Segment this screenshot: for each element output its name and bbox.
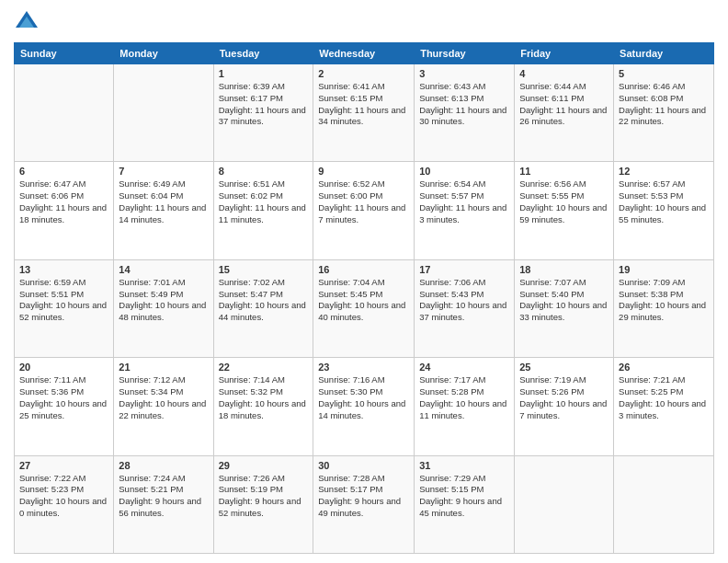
- day-info: Sunrise: 7:11 AM Sunset: 5:36 PM Dayligh…: [19, 374, 108, 421]
- calendar-cell: 18Sunrise: 7:07 AM Sunset: 5:40 PM Dayli…: [515, 259, 614, 357]
- day-info: Sunrise: 6:44 AM Sunset: 6:11 PM Dayligh…: [519, 81, 609, 128]
- day-info: Sunrise: 7:09 AM Sunset: 5:38 PM Dayligh…: [619, 277, 709, 324]
- calendar-cell: 12Sunrise: 6:57 AM Sunset: 5:53 PM Dayli…: [614, 162, 714, 259]
- calendar-cell: 23Sunrise: 7:16 AM Sunset: 5:30 PM Dayli…: [313, 358, 415, 455]
- day-info: Sunrise: 7:12 AM Sunset: 5:34 PM Dayligh…: [119, 374, 208, 421]
- calendar-cell: 19Sunrise: 7:09 AM Sunset: 5:38 PM Dayli…: [614, 259, 714, 357]
- day-number: 16: [318, 264, 409, 275]
- calendar-cell: 15Sunrise: 7:02 AM Sunset: 5:47 PM Dayli…: [213, 259, 313, 357]
- day-info: Sunrise: 7:16 AM Sunset: 5:30 PM Dayligh…: [318, 374, 409, 421]
- calendar-cell: [114, 64, 213, 162]
- day-number: 20: [19, 362, 108, 373]
- day-info: Sunrise: 6:54 AM Sunset: 5:57 PM Dayligh…: [419, 178, 509, 225]
- day-info: Sunrise: 7:22 AM Sunset: 5:23 PM Dayligh…: [19, 473, 108, 520]
- day-info: Sunrise: 6:57 AM Sunset: 5:53 PM Dayligh…: [619, 178, 709, 225]
- calendar-row-1: 6Sunrise: 6:47 AM Sunset: 6:06 PM Daylig…: [15, 162, 714, 259]
- calendar-cell: 6Sunrise: 6:47 AM Sunset: 6:06 PM Daylig…: [15, 162, 114, 259]
- calendar-cell: 16Sunrise: 7:04 AM Sunset: 5:45 PM Dayli…: [313, 259, 415, 357]
- day-info: Sunrise: 7:24 AM Sunset: 5:21 PM Dayligh…: [119, 473, 208, 520]
- calendar-cell: 14Sunrise: 7:01 AM Sunset: 5:49 PM Dayli…: [114, 259, 213, 357]
- calendar-cell: 31Sunrise: 7:29 AM Sunset: 5:15 PM Dayli…: [415, 455, 515, 553]
- weekday-header-wednesday: Wednesday: [313, 43, 415, 64]
- calendar-row-3: 20Sunrise: 7:11 AM Sunset: 5:36 PM Dayli…: [15, 358, 714, 455]
- day-info: Sunrise: 7:21 AM Sunset: 5:25 PM Dayligh…: [619, 374, 709, 421]
- day-number: 19: [619, 264, 709, 275]
- day-number: 31: [419, 460, 509, 471]
- day-info: Sunrise: 7:07 AM Sunset: 5:40 PM Dayligh…: [519, 277, 609, 324]
- day-number: 25: [519, 362, 609, 373]
- day-info: Sunrise: 6:43 AM Sunset: 6:13 PM Dayligh…: [419, 81, 509, 128]
- day-number: 2: [318, 68, 409, 79]
- day-number: 21: [119, 362, 208, 373]
- day-number: 17: [419, 264, 509, 275]
- calendar-cell: 13Sunrise: 6:59 AM Sunset: 5:51 PM Dayli…: [15, 259, 114, 357]
- calendar-cell: 3Sunrise: 6:43 AM Sunset: 6:13 PM Daylig…: [415, 64, 515, 162]
- day-info: Sunrise: 6:46 AM Sunset: 6:08 PM Dayligh…: [619, 81, 709, 128]
- day-info: Sunrise: 6:49 AM Sunset: 6:04 PM Dayligh…: [119, 178, 208, 225]
- day-number: 11: [519, 166, 609, 177]
- calendar-cell: 27Sunrise: 7:22 AM Sunset: 5:23 PM Dayli…: [15, 455, 114, 553]
- page: SundayMondayTuesdayWednesdayThursdayFrid…: [0, 0, 728, 563]
- calendar-row-0: 1Sunrise: 6:39 AM Sunset: 6:17 PM Daylig…: [15, 64, 714, 162]
- day-number: 5: [619, 68, 709, 79]
- day-info: Sunrise: 7:29 AM Sunset: 5:15 PM Dayligh…: [419, 473, 509, 520]
- calendar-cell: 20Sunrise: 7:11 AM Sunset: 5:36 PM Dayli…: [15, 358, 114, 455]
- day-number: 26: [619, 362, 709, 373]
- day-info: Sunrise: 6:47 AM Sunset: 6:06 PM Dayligh…: [19, 178, 108, 225]
- day-number: 27: [19, 460, 108, 471]
- day-info: Sunrise: 7:14 AM Sunset: 5:32 PM Dayligh…: [219, 374, 309, 421]
- day-number: 22: [219, 362, 309, 373]
- calendar-cell: 4Sunrise: 6:44 AM Sunset: 6:11 PM Daylig…: [515, 64, 614, 162]
- day-number: 14: [119, 264, 208, 275]
- day-number: 13: [19, 264, 108, 275]
- day-number: 29: [219, 460, 309, 471]
- calendar-cell: 21Sunrise: 7:12 AM Sunset: 5:34 PM Dayli…: [114, 358, 213, 455]
- calendar-cell: 30Sunrise: 7:28 AM Sunset: 5:17 PM Dayli…: [313, 455, 415, 553]
- day-number: 15: [219, 264, 309, 275]
- weekday-header-tuesday: Tuesday: [213, 43, 313, 64]
- calendar-row-4: 27Sunrise: 7:22 AM Sunset: 5:23 PM Dayli…: [15, 455, 714, 553]
- weekday-header-saturday: Saturday: [614, 43, 714, 64]
- calendar-cell: 28Sunrise: 7:24 AM Sunset: 5:21 PM Dayli…: [114, 455, 213, 553]
- calendar-cell: 2Sunrise: 6:41 AM Sunset: 6:15 PM Daylig…: [313, 64, 415, 162]
- calendar-cell: 11Sunrise: 6:56 AM Sunset: 5:55 PM Dayli…: [515, 162, 614, 259]
- header: [14, 9, 714, 35]
- day-info: Sunrise: 6:56 AM Sunset: 5:55 PM Dayligh…: [519, 178, 609, 225]
- day-info: Sunrise: 7:19 AM Sunset: 5:26 PM Dayligh…: [519, 374, 609, 421]
- day-number: 8: [219, 166, 309, 177]
- day-number: 23: [318, 362, 409, 373]
- day-number: 9: [318, 166, 409, 177]
- logo: [14, 9, 43, 35]
- calendar-table: SundayMondayTuesdayWednesdayThursdayFrid…: [14, 42, 714, 554]
- calendar-cell: 7Sunrise: 6:49 AM Sunset: 6:04 PM Daylig…: [114, 162, 213, 259]
- calendar-cell: 1Sunrise: 6:39 AM Sunset: 6:17 PM Daylig…: [213, 64, 313, 162]
- calendar-cell: 24Sunrise: 7:17 AM Sunset: 5:28 PM Dayli…: [415, 358, 515, 455]
- day-info: Sunrise: 7:06 AM Sunset: 5:43 PM Dayligh…: [419, 277, 509, 324]
- calendar-row-2: 13Sunrise: 6:59 AM Sunset: 5:51 PM Dayli…: [15, 259, 714, 357]
- weekday-header-row: SundayMondayTuesdayWednesdayThursdayFrid…: [15, 43, 714, 64]
- day-number: 30: [318, 460, 409, 471]
- day-info: Sunrise: 7:04 AM Sunset: 5:45 PM Dayligh…: [318, 277, 409, 324]
- day-info: Sunrise: 6:51 AM Sunset: 6:02 PM Dayligh…: [219, 178, 309, 225]
- weekday-header-thursday: Thursday: [415, 43, 515, 64]
- day-number: 28: [119, 460, 208, 471]
- day-info: Sunrise: 6:41 AM Sunset: 6:15 PM Dayligh…: [318, 81, 409, 128]
- day-info: Sunrise: 7:17 AM Sunset: 5:28 PM Dayligh…: [419, 374, 509, 421]
- day-info: Sunrise: 7:01 AM Sunset: 5:49 PM Dayligh…: [119, 277, 208, 324]
- calendar-cell: 29Sunrise: 7:26 AM Sunset: 5:19 PM Dayli…: [213, 455, 313, 553]
- weekday-header-monday: Monday: [114, 43, 213, 64]
- calendar-cell: 8Sunrise: 6:51 AM Sunset: 6:02 PM Daylig…: [213, 162, 313, 259]
- day-number: 3: [419, 68, 509, 79]
- calendar-cell: [515, 455, 614, 553]
- calendar-cell: 22Sunrise: 7:14 AM Sunset: 5:32 PM Dayli…: [213, 358, 313, 455]
- calendar-cell: [15, 64, 114, 162]
- day-info: Sunrise: 7:26 AM Sunset: 5:19 PM Dayligh…: [219, 473, 309, 520]
- day-number: 18: [519, 264, 609, 275]
- weekday-header-sunday: Sunday: [15, 43, 114, 64]
- day-number: 1: [219, 68, 309, 79]
- calendar-cell: 26Sunrise: 7:21 AM Sunset: 5:25 PM Dayli…: [614, 358, 714, 455]
- day-number: 10: [419, 166, 509, 177]
- day-info: Sunrise: 7:02 AM Sunset: 5:47 PM Dayligh…: [219, 277, 309, 324]
- calendar-cell: 17Sunrise: 7:06 AM Sunset: 5:43 PM Dayli…: [415, 259, 515, 357]
- day-info: Sunrise: 6:59 AM Sunset: 5:51 PM Dayligh…: [19, 277, 108, 324]
